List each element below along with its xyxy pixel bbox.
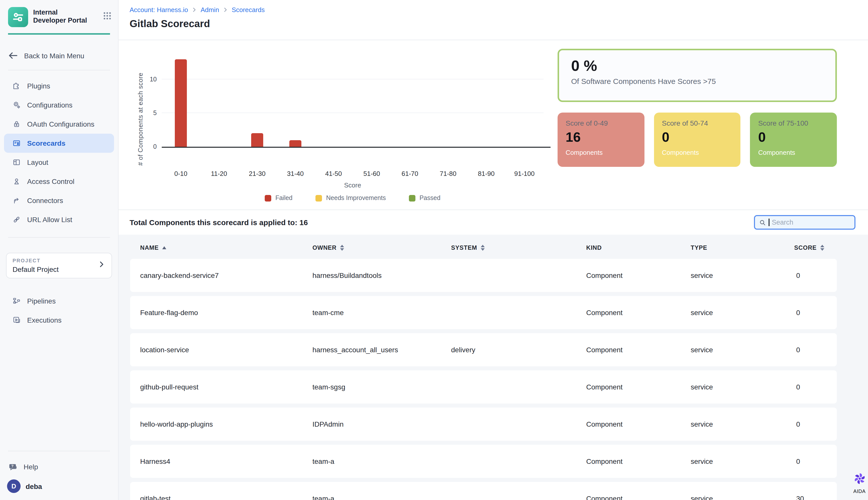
sidebar-item-executions[interactable]: Executions xyxy=(4,310,114,329)
divider xyxy=(8,70,110,70)
cell-score: 0 xyxy=(794,271,837,280)
sidebar-item-label: URL Allow List xyxy=(27,215,72,223)
sidebar-item-connectors[interactable]: Connectors xyxy=(4,191,114,210)
breadcrumb: Account: Harness.ioAdminScorecards xyxy=(130,6,868,14)
chart-y-tick: 10 xyxy=(150,76,157,83)
cell-type: service xyxy=(691,346,794,354)
sidebar-item-configurations[interactable]: Configurations xyxy=(4,95,114,114)
chevron-right-icon xyxy=(192,7,197,13)
sidebar-item-pipelines[interactable]: Pipelines xyxy=(4,291,114,310)
project-name: Default Project xyxy=(13,265,97,273)
aida-label: AIDA xyxy=(848,488,868,494)
column-header-label: SCORE xyxy=(794,244,817,251)
column-header-owner[interactable]: OWNER xyxy=(312,244,451,251)
breadcrumb-link[interactable]: Admin xyxy=(201,6,219,14)
table-row[interactable]: Feature-flag-demoteam-cmeComponentservic… xyxy=(130,296,837,329)
sort-up-icon xyxy=(481,245,485,247)
score-distribution-chart: # of Components at each score 0510 0-101… xyxy=(118,40,551,209)
chart-x-tick: 51-60 xyxy=(352,170,391,178)
spacer xyxy=(0,329,118,445)
score-range-sublabel: Components xyxy=(662,149,732,156)
sidebar: Internal Developer Portal Back to Main M… xyxy=(0,0,118,500)
cell-owner: team-cme xyxy=(312,308,451,317)
cell-kind: Component xyxy=(586,457,691,465)
project-selector[interactable]: PROJECT Default Project xyxy=(6,252,112,278)
sidebar-item-plugins[interactable]: Plugins xyxy=(4,76,114,95)
cell-kind: Component xyxy=(586,308,691,317)
legend-label: Failed xyxy=(275,194,292,202)
cell-owner: IDPAdmin xyxy=(312,420,451,428)
sort-icon xyxy=(340,245,344,251)
table-row[interactable]: hello-world-app-pluginsIDPAdminComponent… xyxy=(130,408,837,441)
legend-swatch xyxy=(316,195,322,201)
cell-type: service xyxy=(691,271,794,280)
sidebar-item-label: Plugins xyxy=(27,82,50,90)
chart-x-tick: 41-50 xyxy=(314,170,352,178)
chart-x-tick: 61-70 xyxy=(391,170,429,178)
help-label: Help xyxy=(24,463,38,471)
table-toolbar: Total Components this scorecard is appli… xyxy=(118,210,868,235)
table-row[interactable]: github-pull-requestteam-sgsgComponentser… xyxy=(130,370,837,404)
search-box[interactable] xyxy=(754,215,855,230)
layout-icon xyxy=(12,158,21,167)
aida-flower-icon xyxy=(853,472,866,486)
table-body: canary-backend-service7harness/Buildandt… xyxy=(130,259,837,500)
chart-legend: FailedNeeds ImprovementsPassed xyxy=(162,194,544,202)
column-header-name[interactable]: NAME xyxy=(140,244,312,251)
logo-row: Internal Developer Portal xyxy=(0,0,118,31)
page-header: Account: Harness.ioAdminScorecards Gitla… xyxy=(118,0,868,40)
score-range-label: Score of 75-100 xyxy=(758,119,829,127)
sidebar-secondary-nav: PipelinesExecutions xyxy=(0,291,118,329)
components-table-section: Total Components this scorecard is appli… xyxy=(118,209,868,500)
aida-button[interactable]: AIDA xyxy=(848,472,868,494)
table-row[interactable]: gitlab-testteam-aComponentservice30 xyxy=(130,482,837,500)
breadcrumb-link[interactable]: Account: Harness.io xyxy=(130,6,188,14)
connector-icon xyxy=(12,196,21,205)
search-icon xyxy=(759,219,766,226)
search-input[interactable] xyxy=(772,219,850,226)
total-components-label: Total Components this scorecard is appli… xyxy=(130,218,308,227)
help-chat-icon: ? xyxy=(8,462,18,471)
column-header-system[interactable]: SYSTEM xyxy=(451,244,586,251)
sidebar-item-url-allow-list[interactable]: URL Allow List xyxy=(4,210,114,229)
chart-x-tick: 81-90 xyxy=(467,170,505,178)
column-header-kind: KIND xyxy=(586,244,691,251)
apps-grid-icon[interactable] xyxy=(103,11,112,23)
sidebar-item-layout[interactable]: Layout xyxy=(4,152,114,172)
cell-name: github-pull-request xyxy=(140,383,312,391)
cell-name: gitlab-test xyxy=(140,495,312,500)
sort-up-icon xyxy=(340,245,344,247)
legend-item: Passed xyxy=(409,194,440,202)
cell-owner: harness_account_all_users xyxy=(312,346,451,354)
cell-score: 0 xyxy=(794,457,837,465)
back-to-main-menu[interactable]: Back to Main Menu xyxy=(0,47,118,64)
sidebar-item-scorecards[interactable]: Scorecards xyxy=(4,134,114,152)
table-row[interactable]: location-serviceharness_account_all_user… xyxy=(130,333,837,366)
accent-rule xyxy=(8,33,110,34)
execution-icon xyxy=(12,315,21,325)
column-header-score[interactable]: SCORE xyxy=(794,244,837,251)
score-range-label: Score of 0-49 xyxy=(566,119,636,127)
score-range-count: 0 xyxy=(758,130,829,145)
chart-gridline xyxy=(162,79,544,79)
sidebar-item-label: Layout xyxy=(27,158,48,166)
sidebar-item-oauth-configurations[interactable]: OAuth Configurations xyxy=(4,114,114,134)
table-row[interactable]: Harness4team-aComponentservice0 xyxy=(130,445,837,478)
cell-owner: team-a xyxy=(312,495,451,500)
breadcrumb-link[interactable]: Scorecards xyxy=(232,6,265,14)
percent-description: Of Software Components Have Scores >75 xyxy=(571,77,823,86)
chevron-right-icon xyxy=(222,7,228,13)
sidebar-nav: PluginsConfigurationsOAuth Configuration… xyxy=(0,76,118,229)
sort-icon xyxy=(481,245,485,251)
sidebar-item-access-control[interactable]: Access Control xyxy=(4,172,114,191)
chevron-right-icon xyxy=(97,260,105,270)
cell-type: service xyxy=(691,383,794,391)
help-button[interactable]: ? Help xyxy=(0,457,118,476)
lock-icon xyxy=(12,120,21,128)
cell-name: canary-backend-service7 xyxy=(140,271,312,280)
app-title: Internal Developer Portal xyxy=(33,7,90,25)
sort-down-icon xyxy=(481,249,485,251)
user-menu[interactable]: D deba xyxy=(0,476,118,500)
table-row[interactable]: canary-backend-service7harness/Buildandt… xyxy=(130,259,837,292)
chart-plot-area: 0510 xyxy=(162,54,544,147)
